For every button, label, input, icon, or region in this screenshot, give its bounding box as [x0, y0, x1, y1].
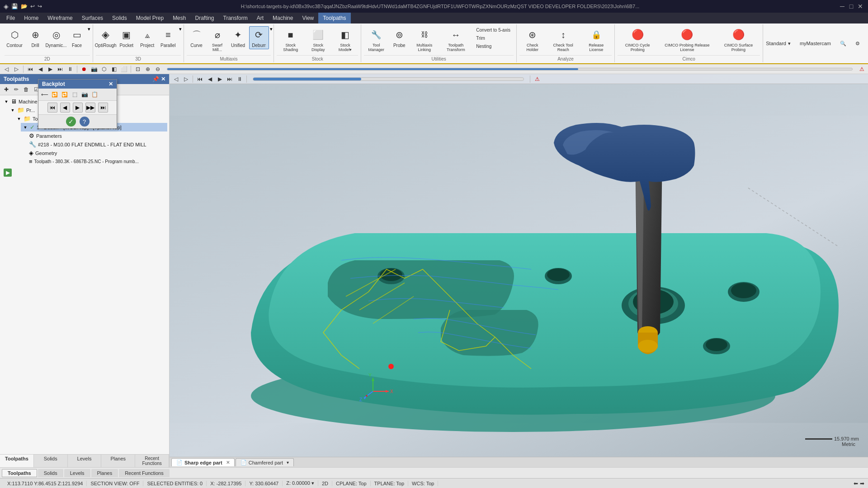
toolpath-transform-button[interactable]: ↔ Toolpath Transform	[439, 26, 472, 53]
z-dropdown-icon[interactable]: ▾	[311, 480, 314, 486]
bp-next[interactable]: ▶▶	[85, 103, 95, 113]
menu-model-prep[interactable]: Model Prep	[132, 13, 168, 23]
status-icon-1[interactable]: ⬅	[854, 480, 858, 487]
tree-item-endmill[interactable]: 🔧 #218 - M10.00 FLAT ENDMILL - FLAT END …	[27, 140, 167, 149]
tp-edit-btn[interactable]: ✏	[12, 85, 21, 94]
tree-item-toolpath-nc[interactable]: ≡ Toolpath - 380.3K - 6867B-25.NC - Prog…	[27, 157, 167, 166]
menu-art[interactable]: Art	[252, 13, 268, 23]
deburr-button[interactable]: ⟳ Deburr	[249, 26, 269, 49]
dynamic-button[interactable]: ◎ Dynamic...	[46, 26, 66, 49]
ribbon-search-button[interactable]: 🔍	[837, 40, 849, 47]
trim-button[interactable]: Trim	[473, 34, 514, 42]
status-mode[interactable]: 2D	[318, 481, 332, 486]
menu-solids[interactable]: Solids	[108, 13, 132, 23]
maximize-button[interactable]: □	[847, 2, 855, 10]
toolbar-back-btn[interactable]: ◁	[2, 65, 11, 74]
unified-button[interactable]: ✦ Unified	[228, 26, 248, 49]
bp-copy-btn[interactable]: 📋	[90, 95, 99, 99]
bottom-tab-recent[interactable]: Recent Functions	[119, 469, 170, 477]
lp-tab-levels[interactable]: Levels	[68, 455, 102, 467]
sharp-edge-close[interactable]: ✕	[226, 460, 230, 465]
vp-next[interactable]: ▶	[215, 75, 224, 84]
bp-tool-1[interactable]: ⟵	[40, 95, 49, 99]
bp-skip-end[interactable]: ⏭	[98, 103, 108, 113]
toolbar-play-next[interactable]: ▶	[46, 65, 55, 74]
vp-skip-start[interactable]: ⏮	[195, 75, 204, 84]
2d-more-button[interactable]: ▾	[88, 26, 90, 32]
vp-pause[interactable]: ⏸	[235, 75, 244, 84]
vp-back-btn[interactable]: ◁	[171, 75, 180, 84]
vp-skip-end[interactable]: ⏭	[225, 75, 234, 84]
menu-toolpaths[interactable]: Toolpaths	[318, 13, 350, 23]
stock-shading-button[interactable]: ■ Stock Shading	[277, 26, 304, 53]
swarf-button[interactable]: ⌀ Swarf Mill...	[208, 26, 227, 53]
toolbar-zoom-fit[interactable]: ⊡	[133, 65, 142, 74]
menu-transform[interactable]: Transform	[219, 13, 252, 23]
bp-prev[interactable]: ◀	[60, 103, 70, 113]
bottom-tab-toolpaths[interactable]: Toolpaths	[2, 469, 37, 477]
bp-play[interactable]: ▶	[73, 103, 83, 113]
bp-confirm-button[interactable]: ✓	[66, 117, 76, 127]
toolbar-play-prev[interactable]: ◀	[36, 65, 45, 74]
bp-skip-start[interactable]: ⏮	[47, 103, 57, 113]
tool-manager-button[interactable]: 🔧 Tool Manager	[364, 26, 388, 53]
multiaxis-linking-button[interactable]: ⛓ Multiaxis Linking	[410, 26, 439, 53]
release-license-button[interactable]: 🔒 Release License	[581, 26, 612, 53]
cimco-surface-probing-button[interactable]: 🔴 CIMCO Surface Probing	[717, 26, 760, 53]
toolbar-record-btn[interactable]: ⏺	[80, 65, 89, 74]
tree-expand-pr[interactable]: ▼	[10, 108, 15, 113]
tree-expand-deburr[interactable]: ▼	[23, 125, 28, 130]
menu-drafting[interactable]: Drafting	[190, 13, 218, 23]
lp-tab-toolpaths[interactable]: Toolpaths	[0, 455, 34, 467]
multiaxis-more-button[interactable]: ▾	[270, 26, 273, 32]
vp-prev[interactable]: ◀	[205, 75, 214, 84]
convert-to-button[interactable]: Convert to 5-axis	[473, 26, 514, 34]
3d-more-button[interactable]: ▾	[179, 26, 182, 32]
stock-display-button[interactable]: ⬜ Stock Display	[305, 26, 331, 53]
lp-tab-recent[interactable]: Recent Functions	[135, 455, 169, 467]
close-button[interactable]: ✕	[856, 2, 864, 10]
cimco-cycle-probing-button[interactable]: 🔴 CIMCO Cycle Probing	[618, 26, 657, 53]
toolbar-stop[interactable]: ⏸	[66, 65, 75, 74]
vp-progress-bar-bg[interactable]	[253, 77, 524, 81]
check-holder-button[interactable]: ⊛ Check Holder	[519, 26, 546, 53]
menu-view[interactable]: View	[297, 13, 318, 23]
bp-display-btn[interactable]: ⬚	[70, 95, 79, 99]
bp-tool-3[interactable]: 🔁	[60, 95, 69, 99]
ribbon-settings-button[interactable]: ⚙	[853, 40, 863, 47]
tree-play-btn[interactable]: ▶	[2, 168, 167, 178]
part-tab-chamfered[interactable]: 📄 Chamfered part ▾	[236, 458, 294, 466]
tree-item-geometry[interactable]: ◈ Geometry	[27, 149, 167, 157]
quick-access-open[interactable]: 📂	[21, 3, 28, 9]
menu-file[interactable]: File	[2, 13, 19, 23]
lp-tab-planes[interactable]: Planes	[101, 455, 135, 467]
status-icon-2[interactable]: ➡	[860, 480, 864, 487]
quick-access-redo[interactable]: ↪	[38, 3, 42, 9]
toolbar-warn-btn[interactable]: ⚠	[857, 65, 866, 74]
tree-item-parameters[interactable]: ⚙ Parameters	[27, 131, 167, 140]
bottom-tab-solids[interactable]: Solids	[38, 469, 63, 477]
tp-new-btn[interactable]: ✚	[2, 85, 11, 94]
status-wcs[interactable]: WCS: Top	[408, 481, 438, 486]
status-cplane[interactable]: CPLANE: Top	[332, 481, 371, 486]
tp-delete-btn[interactable]: 🗑	[22, 85, 31, 94]
menu-mesh[interactable]: Mesh	[168, 13, 190, 23]
parallel-button[interactable]: ≡ Parallel	[158, 26, 178, 49]
nesting-button[interactable]: Nesting	[473, 42, 514, 50]
bottom-tab-levels[interactable]: Levels	[64, 469, 90, 477]
toolbar-play-start[interactable]: ⏮	[26, 65, 35, 74]
cimco-probing-button[interactable]: 🔴 CIMCO Probing Release License	[658, 26, 716, 53]
toolbar-zoom-out[interactable]: ⊖	[153, 65, 162, 74]
toolbar-snapshot-btn[interactable]: 📷	[90, 65, 99, 74]
drill-button[interactable]: ⊕ Drill	[25, 26, 45, 49]
bp-camera-btn[interactable]: 📷	[80, 95, 89, 99]
standard-dropdown[interactable]: Standard ▾	[763, 40, 793, 47]
toolbar-zoom-in[interactable]: ⊕	[143, 65, 152, 74]
toolpaths-close-icon[interactable]: ✕	[161, 76, 165, 82]
contour-button[interactable]: ⬡ Contour	[5, 26, 24, 49]
tree-expand-machine[interactable]: ▼	[4, 99, 9, 104]
toolbar-transparent-btn[interactable]: ⬜	[119, 65, 128, 74]
tree-expand-to[interactable]: ▼	[16, 116, 22, 122]
status-tplane[interactable]: TPLANE: Top	[371, 481, 408, 486]
my-mastercam-button[interactable]: myMastercam	[797, 40, 834, 47]
